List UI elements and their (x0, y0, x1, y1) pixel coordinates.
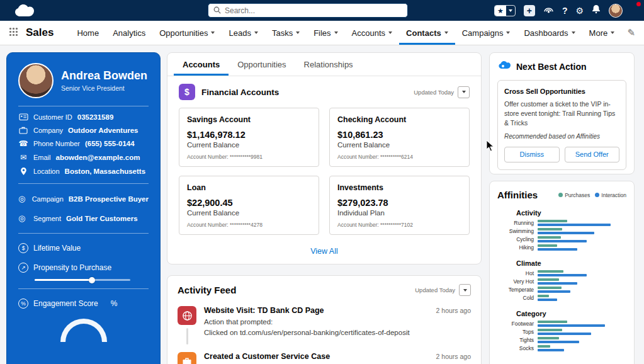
help-icon[interactable]: ? (562, 6, 568, 15)
accounts-card: Accounts Opportunities Relationships $ F… (167, 52, 482, 264)
tab-accounts[interactable]: Accounts (174, 53, 229, 76)
divider (18, 183, 149, 184)
id-card-icon (18, 113, 28, 121)
affinities-card: Affinities Purchases Interaction Activit… (489, 181, 635, 364)
nav-item-opportunities[interactable]: Opportunities (152, 21, 222, 45)
case-briefcase-icon (178, 352, 196, 364)
chevron-down-icon[interactable] (444, 31, 448, 34)
activity-item-service-case[interactable]: Created a Customer Service Case 2 hours … (167, 346, 481, 364)
notification-bell-icon[interactable] (592, 4, 601, 16)
chevron-down-icon[interactable] (254, 31, 258, 34)
nav-item-dashboards[interactable]: Dashboards (517, 21, 582, 45)
view-all-link[interactable]: View All (167, 240, 481, 264)
tab-opportunities[interactable]: Opportunities (229, 53, 295, 76)
account-tile-checking[interactable]: Checking Account $10,861.23 Current Bala… (329, 108, 470, 167)
activity-feed-title: Activity Feed (178, 285, 236, 295)
contact-name: Andrea Bowden (61, 69, 147, 82)
favorite-star-icon[interactable]: ★ (495, 6, 506, 16)
app-navigation: Sales Home Analytics Opportunities Leads… (0, 21, 644, 45)
financial-accounts-icon: $ (179, 84, 195, 100)
account-tile-investments[interactable]: Investments $279,023.78 Individual Plan … (329, 176, 470, 235)
segment-target-icon: ◎ (18, 213, 28, 223)
affinity-row: Very Hot (497, 278, 626, 285)
field-email: ✉ Email abowden@example.com (18, 153, 149, 162)
affinity-row: Socks (497, 345, 626, 351)
field-segment: ◎ Segment Gold Tier Customers (18, 213, 149, 223)
affinity-row: Footwear (497, 321, 626, 327)
send-offer-button[interactable]: Send Offer (565, 147, 620, 162)
section-menu-button[interactable] (459, 284, 471, 296)
account-tile-loan[interactable]: Loan $22,900.45 Current Balance Account … (179, 176, 319, 235)
chevron-down-icon[interactable] (388, 31, 392, 34)
nav-item-leads[interactable]: Leads (222, 21, 264, 45)
nav-item-campaigns[interactable]: Campaigns (455, 21, 517, 45)
chevron-down-icon[interactable] (611, 31, 614, 34)
global-actions-icon[interactable]: + (524, 5, 535, 16)
nav-item-analytics[interactable]: Analytics (106, 21, 152, 45)
recommendation-card: Cross Sell Opportunities Offer customer … (497, 80, 626, 170)
affinity-row: Cycling (497, 236, 626, 242)
metric-lifetime-value: $ Lifetime Value (18, 243, 149, 253)
field-location: Location Boston, Massachusetts (18, 167, 149, 176)
updated-timestamp: Updated Today (415, 287, 455, 293)
section-title: Financial Accounts (201, 88, 279, 97)
recommendation-note: Recommended based on Affinities (504, 133, 619, 140)
group-title-category: Category (516, 310, 626, 317)
nav-item-accounts[interactable]: Accounts (345, 21, 399, 45)
section-menu-button[interactable] (458, 86, 470, 98)
email-icon: ✉ (18, 153, 28, 162)
propensity-icon: ↗ (18, 263, 28, 273)
activity-feed-card: Activity Feed Updated Today Website Visi… (167, 275, 482, 364)
metric-engagement-score: % Engagement Score % (18, 299, 149, 309)
lifetime-value-icon: $ (18, 243, 28, 253)
nav-item-tasks[interactable]: Tasks (265, 21, 307, 45)
broadcast-icon[interactable] (543, 5, 554, 16)
chevron-down-icon[interactable] (572, 31, 575, 34)
nav-item-contacts[interactable]: Contacts (399, 21, 455, 45)
location-pin-icon (18, 167, 28, 176)
dismiss-button[interactable]: Dismiss (504, 147, 560, 162)
search-icon (213, 5, 221, 16)
propensity-slider[interactable] (35, 279, 130, 281)
edit-nav-pencil-icon[interactable]: ✎ (627, 27, 635, 38)
affinity-row: Tights (497, 337, 626, 343)
next-best-action-title: Next Best Action (516, 62, 587, 72)
field-phone: ☎ Phone Number (655) 555-0144 (18, 139, 149, 148)
contact-job-title: Senior Vice President (61, 84, 147, 92)
search-input[interactable] (225, 6, 402, 15)
user-avatar[interactable] (609, 4, 623, 18)
recommendation-body: Offer customer a ticket to the VIP in-st… (504, 100, 619, 128)
setup-gear-icon[interactable]: ⚙ (575, 6, 584, 15)
favorites-dropdown[interactable] (506, 6, 515, 16)
affinity-row: Hiking (497, 244, 626, 251)
legend-interaction: Interaction (595, 192, 626, 198)
account-tile-savings[interactable]: Savings Account $1,146,978.12 Current Ba… (179, 108, 319, 167)
field-campaign: ◎ Campaign B2B Prospective Buyer (18, 194, 149, 203)
purchases-dot-icon (558, 193, 563, 197)
chevron-down-icon[interactable] (506, 31, 510, 34)
nav-tabs: Home Analytics Opportunities Leads Tasks… (70, 21, 621, 45)
affinity-row: Cold (497, 295, 626, 301)
app-name: Sales (26, 26, 54, 39)
slider-thumb[interactable] (89, 277, 95, 283)
chevron-down-icon[interactable] (296, 31, 300, 34)
profile-photo (18, 63, 54, 98)
chevron-down-icon[interactable] (334, 31, 338, 34)
nav-item-files[interactable]: Files (307, 21, 344, 45)
app-launcher-icon[interactable] (9, 27, 18, 39)
salesforce-logo (11, 2, 35, 21)
interaction-dot-icon (595, 193, 599, 197)
field-company: Company Outdoor Adventures (18, 126, 149, 134)
nav-item-more[interactable]: More (582, 21, 622, 45)
affinity-row: Running (497, 220, 626, 226)
favorites-control[interactable]: ★ (494, 5, 516, 16)
contact-profile-panel: Andrea Bowden Senior Vice President Cust… (6, 52, 161, 364)
activity-item-website-visit[interactable]: Website Visit: TD Bank CD Page 2 hours a… (167, 300, 481, 346)
chevron-down-icon[interactable] (211, 31, 215, 34)
global-search (208, 3, 408, 18)
group-title-activity: Activity (516, 209, 626, 217)
chart-legend: Purchases Interaction (558, 192, 626, 198)
tab-relationships[interactable]: Relationships (295, 53, 362, 76)
affinity-row: Tops (497, 329, 626, 335)
nav-item-home[interactable]: Home (70, 21, 106, 45)
